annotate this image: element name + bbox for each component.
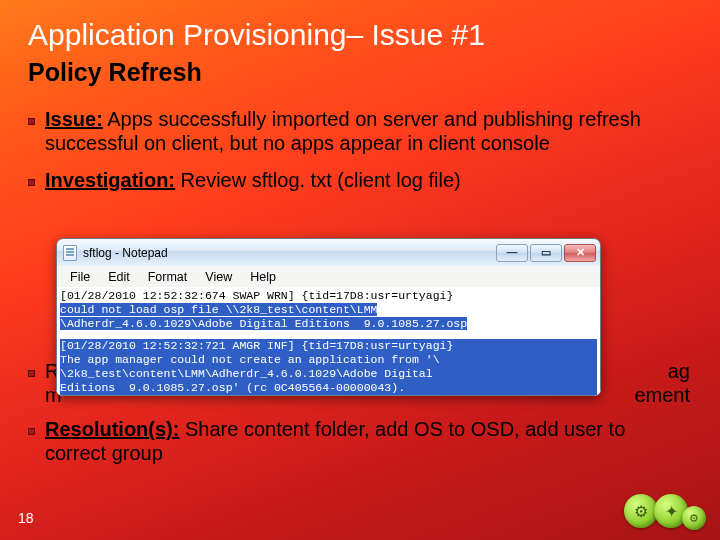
bullet-list: Issue: Apps successfully imported on ser… xyxy=(28,108,690,207)
bullet-investigation: Investigation: Review sftlog. txt (clien… xyxy=(28,169,690,193)
bullet-text: Resolution(s): Share content folder, add… xyxy=(45,418,690,465)
bullet-resolution-row: Resolution(s): Share content folder, add… xyxy=(28,408,690,479)
bullet-marker-icon xyxy=(28,179,35,186)
notepad-body[interactable]: [01/28/2010 12:52:32:674 SWAP WRN] {tid=… xyxy=(56,287,601,396)
corner-icon-cluster: ⚙ ✦ ⚙ xyxy=(624,494,706,528)
log-line: [01/28/2010 12:52:32:721 AMGR INF] {tid=… xyxy=(60,339,597,353)
close-icon: ✕ xyxy=(576,247,585,258)
minimize-button[interactable]: — xyxy=(496,244,528,262)
notepad-titlebar[interactable]: sftlog - Notepad — ▭ ✕ xyxy=(56,238,601,266)
bullet-label: Investigation: xyxy=(45,169,175,191)
bullet-label: Issue: xyxy=(45,108,103,130)
log-line: \2k8_test\content\LMM\Adherdr_4.6.0.1029… xyxy=(60,367,597,381)
notepad-window: sftlog - Notepad — ▭ ✕ File Edit Format … xyxy=(56,238,601,396)
bullet-issue: Issue: Apps successfully imported on ser… xyxy=(28,108,690,155)
bullet-text: Issue: Apps successfully imported on ser… xyxy=(45,108,690,155)
menu-view[interactable]: View xyxy=(196,268,241,286)
rootcause-right1: ag xyxy=(668,360,690,384)
notepad-menubar: File Edit Format View Help xyxy=(56,266,601,287)
maximize-icon: ▭ xyxy=(541,247,551,258)
page-subtitle: Policy Refresh xyxy=(28,58,202,87)
bullet-marker-icon xyxy=(28,370,35,377)
bullet-marker-icon xyxy=(28,428,35,435)
maximize-button[interactable]: ▭ xyxy=(530,244,562,262)
close-button[interactable]: ✕ xyxy=(564,244,596,262)
notepad-app-icon xyxy=(63,245,77,261)
gears-icon: ⚙ xyxy=(682,506,706,530)
rootcause-right2: ement xyxy=(634,384,690,408)
menu-file[interactable]: File xyxy=(61,268,99,286)
bullet-marker-icon xyxy=(28,118,35,125)
slide: Application Provisioning– Issue #1 Polic… xyxy=(0,0,720,540)
log-gap xyxy=(60,331,597,339)
bullet-text: Investigation: Review sftlog. txt (clien… xyxy=(45,169,461,193)
page-number: 18 xyxy=(18,510,34,526)
gear-icon: ⚙ xyxy=(624,494,658,528)
bullet-label: Resolution(s): xyxy=(45,418,179,440)
log-line: could not load osp file \\2k8_test\conte… xyxy=(60,303,597,317)
menu-help[interactable]: Help xyxy=(241,268,285,286)
bullet-resolution: Resolution(s): Share content folder, add… xyxy=(28,418,690,465)
log-line: [01/28/2010 12:52:32:674 SWAP WRN] {tid=… xyxy=(60,289,597,303)
minimize-icon: — xyxy=(507,247,518,258)
log-line: \Adherdr_4.6.0.1029\Adobe Digital Editio… xyxy=(60,317,597,331)
window-buttons: — ▭ ✕ xyxy=(496,244,596,262)
page-title: Application Provisioning– Issue #1 xyxy=(28,18,485,52)
notepad-title: sftlog - Notepad xyxy=(83,246,496,260)
log-line: Editions 9.0.1085.27.osp' (rc 0C405564-0… xyxy=(60,381,597,395)
menu-edit[interactable]: Edit xyxy=(99,268,139,286)
log-line: The app manager could not create an appl… xyxy=(60,353,597,367)
menu-format[interactable]: Format xyxy=(139,268,197,286)
